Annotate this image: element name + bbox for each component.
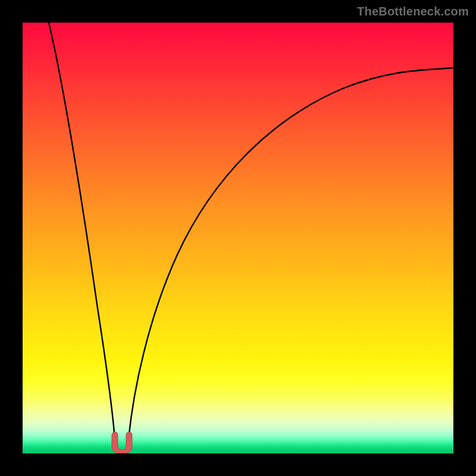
plot-area — [23, 23, 453, 453]
watermark-text: TheBottleneck.com — [357, 5, 469, 18]
heat-gradient — [23, 23, 453, 453]
chart-frame: TheBottleneck.com — [0, 0, 476, 476]
